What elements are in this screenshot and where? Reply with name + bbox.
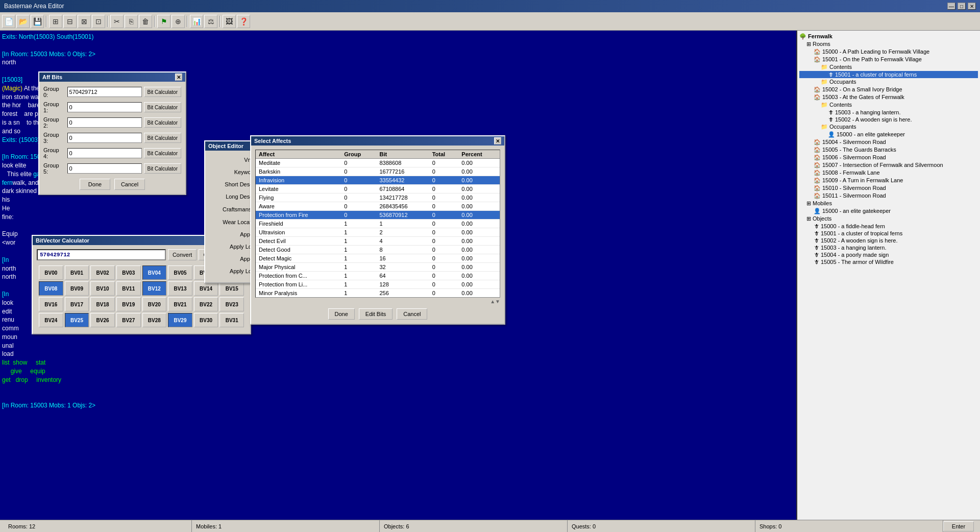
save-button[interactable]: 💾 xyxy=(31,15,44,28)
bv-btn-bv24[interactable]: BV24 xyxy=(39,313,63,327)
room-list-button[interactable]: ⊡ xyxy=(92,15,105,28)
tree-item-15003-room[interactable]: 🏠15003 - At the Gates of Fernwalk xyxy=(799,93,978,101)
bv-btn-bv03[interactable]: BV03 xyxy=(116,265,141,280)
bv-btn-bv01[interactable]: BV01 xyxy=(65,265,89,280)
bv-btn-bv19[interactable]: BV19 xyxy=(116,297,141,311)
aff-group-input-3[interactable] xyxy=(67,133,142,143)
help-button[interactable]: ❓ xyxy=(237,15,250,28)
open-button[interactable]: 📂 xyxy=(16,15,30,28)
tree-item-15003-item1[interactable]: 🗡15003 - a hanging lantern. xyxy=(799,109,978,116)
bv-btn-bv21[interactable]: BV21 xyxy=(168,297,192,311)
enter-button[interactable]: Enter xyxy=(943,521,974,531)
tree-item-15005-obj[interactable]: 🗡15005 - The armor of Wildfire xyxy=(799,258,978,265)
bv-btn-bv02[interactable]: BV02 xyxy=(90,265,115,280)
sidebar-tree[interactable]: 🌳 Fernwalk ⊞Rooms🏠15000 - A Path Leading… xyxy=(796,31,980,520)
tree-item-15001-obj[interactable]: 🗡15001 - a cluster of tropical ferns xyxy=(799,230,978,237)
bv-btn-bv18[interactable]: BV18 xyxy=(90,297,115,311)
bv-btn-bv26[interactable]: BV26 xyxy=(90,313,115,327)
select-affects-dialog[interactable]: Select Affects ✕ Affect Group Bit Total … xyxy=(250,135,505,325)
affects-done-button[interactable]: Done xyxy=(328,308,355,320)
new-button[interactable]: 📄 xyxy=(2,15,15,28)
bv-btn-bv25[interactable]: BV25 xyxy=(65,313,89,327)
affects-row-2[interactable]: Infravision 0 33554432 0 0.00 xyxy=(256,176,500,185)
bv-btn-bv27[interactable]: BV27 xyxy=(116,313,141,327)
col-total[interactable]: Total xyxy=(429,150,459,159)
tree-root[interactable]: 🌳 Fernwalk xyxy=(799,33,978,40)
minimize-button[interactable]: — xyxy=(947,3,955,10)
affects-table-container[interactable]: Affect Group Bit Total Percent Meditate … xyxy=(255,150,500,298)
bv-btn-bv16[interactable]: BV16 xyxy=(39,297,63,311)
select-affects-close[interactable]: ✕ xyxy=(494,137,501,144)
affects-row-0[interactable]: Meditate 0 8388608 0 0.00 xyxy=(256,159,500,167)
bv-btn-bv05[interactable]: BV05 xyxy=(168,265,192,280)
affects-row-12[interactable]: Major Physical 1 32 0 0.00 xyxy=(256,263,500,272)
aff-calc-btn-5[interactable]: Bit Calculator xyxy=(144,163,181,174)
tree-item-15002-room[interactable]: 🏠15002 - On a Small Ivory Bridge xyxy=(799,86,978,93)
col-bit[interactable]: Bit xyxy=(376,150,429,159)
bitvec-input[interactable] xyxy=(37,249,166,260)
tree-item-15008-room[interactable]: 🏠15008 - Fernwalk Lane xyxy=(799,169,978,177)
tree-item-15000-mob[interactable]: 👤15000 - an elite gatekeeper xyxy=(799,207,978,215)
tree-item-15001-contents[interactable]: 📁Contents xyxy=(799,63,978,71)
bv-btn-bv31[interactable]: BV31 xyxy=(219,313,244,327)
tree-item-15011-room[interactable]: 🏠15011 - Silvermoon Road xyxy=(799,192,978,200)
aff-calc-btn-2[interactable]: Bit Calculator xyxy=(144,117,181,128)
aff-calc-btn-0[interactable]: Bit Calculator xyxy=(144,87,181,97)
aff-group-input-1[interactable] xyxy=(67,102,142,112)
bv-btn-bv14[interactable]: BV14 xyxy=(194,281,218,296)
tree-item-15005-room[interactable]: 🏠15005 - The Guards Barracks xyxy=(799,146,978,154)
affects-row-11[interactable]: Detect Magic 1 16 0 0.00 xyxy=(256,254,500,263)
bv-btn-bv17[interactable]: BV17 xyxy=(65,297,89,311)
tree-item-15003-occupants[interactable]: 📁Occupants xyxy=(799,123,978,131)
affects-row-4[interactable]: Flying 0 134217728 0 0.00 xyxy=(256,194,500,202)
aff-done-button[interactable]: Done xyxy=(80,179,110,190)
affects-row-9[interactable]: Detect Evil 1 4 0 0.00 xyxy=(256,237,500,246)
bv-btn-bv22[interactable]: BV22 xyxy=(194,297,218,311)
bv-btn-bv04[interactable]: BV04 xyxy=(142,265,167,280)
tree-item-rooms[interactable]: ⊞Rooms xyxy=(799,40,978,48)
affects-row-15[interactable]: Minor Paralysis 1 256 0 0.00 xyxy=(256,289,500,298)
affects-row-13[interactable]: Protection from C... 1 64 0 0.00 xyxy=(256,272,500,280)
aff-group-input-4[interactable] xyxy=(67,148,142,158)
col-percent[interactable]: Percent xyxy=(458,150,500,159)
affects-row-7[interactable]: Fireshield 1 1 0 0.00 xyxy=(256,220,500,228)
aff-calc-btn-3[interactable]: Bit Calculator xyxy=(144,133,181,143)
tree-item-15004-obj[interactable]: 🗡15004 - a poorly made sign xyxy=(799,251,978,258)
tree-item-15004-room[interactable]: 🏠15004 - Silvermoon Road xyxy=(799,138,978,146)
aff-bits-dialog[interactable]: Aff Bits ✕ Group 0: Bit Calculator Group… xyxy=(38,71,186,195)
bv-btn-bv20[interactable]: BV20 xyxy=(142,297,167,311)
cut-button[interactable]: ✂ xyxy=(110,15,124,28)
tree-item-15001-room[interactable]: 🏠15001 - On the Path to Fernwalk Village xyxy=(799,56,978,63)
bv-btn-bv28[interactable]: BV28 xyxy=(142,313,167,327)
tree-item-15003-item2[interactable]: 🗡15002 - A wooden sign is here. xyxy=(799,116,978,123)
affects-row-3[interactable]: Levitate 0 67108864 0 0.00 xyxy=(256,185,500,194)
image-button[interactable]: 🖼 xyxy=(223,15,236,28)
bv-btn-bv23[interactable]: BV23 xyxy=(219,297,244,311)
tree-item-15000-room[interactable]: 🏠15000 - A Path Leading to Fernwalk Vill… xyxy=(799,48,978,56)
affects-row-5[interactable]: Aware 0 268435456 0 0.00 xyxy=(256,202,500,211)
bv-btn-bv12[interactable]: BV12 xyxy=(142,281,167,296)
aff-calc-btn-1[interactable]: Bit Calculator xyxy=(144,102,181,112)
aff-cancel-button[interactable]: Cancel xyxy=(114,179,145,190)
tree-item-15003-contents[interactable]: 📁Contents xyxy=(799,101,978,109)
maximize-button[interactable]: □ xyxy=(958,3,966,10)
bv-btn-bv10[interactable]: BV10 xyxy=(90,281,115,296)
aff-group-input-2[interactable] xyxy=(67,117,142,128)
tree-item-mobiles[interactable]: ⊞Mobiles xyxy=(799,200,978,207)
tree-item-15003-obj[interactable]: 🗡15003 - a hanging lantern. xyxy=(799,244,978,251)
affects-row-6[interactable]: Protection from Fire 0 536870912 0 0.00 xyxy=(256,211,500,220)
affects-row-14[interactable]: Protection from Li... 1 128 0 0.00 xyxy=(256,280,500,289)
bv-btn-bv00[interactable]: BV00 xyxy=(39,265,63,280)
bv-btn-bv09[interactable]: BV09 xyxy=(65,281,89,296)
bv-btn-bv29[interactable]: BV29 xyxy=(168,313,192,327)
tree-item-15001-occupants[interactable]: 📁Occupants xyxy=(799,78,978,86)
tree-item-15006-room[interactable]: 🏠15006 - Silvermoon Road xyxy=(799,154,978,161)
bv-btn-bv11[interactable]: BV11 xyxy=(116,281,141,296)
aff-group-input-5[interactable] xyxy=(67,163,142,174)
copy-button[interactable]: ⎘ xyxy=(125,15,138,28)
scale-button[interactable]: ⚖ xyxy=(204,15,217,28)
tree-item-15001-item1[interactable]: 🗡15001 - a cluster of tropical ferns xyxy=(799,71,978,78)
aff-bits-close[interactable]: ✕ xyxy=(175,74,182,81)
bv-btn-bv13[interactable]: BV13 xyxy=(168,281,192,296)
bv-btn-bv30[interactable]: BV30 xyxy=(194,313,218,327)
